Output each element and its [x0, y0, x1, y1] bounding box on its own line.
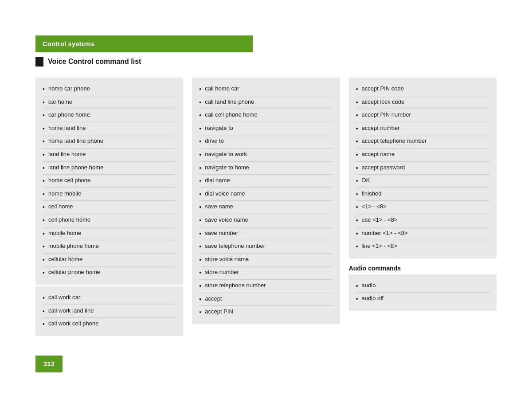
- list-item-text: number <1> - <8>: [362, 229, 408, 237]
- list-item: •accept: [199, 293, 332, 306]
- col2-box1: •call home car•call land line phone•call…: [192, 78, 340, 324]
- bullet: •: [356, 151, 358, 160]
- bullet: •: [43, 98, 45, 107]
- list-item: •home car phone: [43, 83, 176, 96]
- bullet: •: [43, 294, 45, 303]
- bullet: •: [356, 203, 358, 212]
- list-item-text: accept name: [362, 150, 395, 158]
- bullet: •: [199, 216, 201, 225]
- list-item-text: cell phone home: [48, 216, 90, 224]
- section-title-row: Voice Control command list: [35, 57, 141, 66]
- bullet: •: [43, 177, 45, 186]
- list-item-text: <1> - <8>: [362, 203, 387, 211]
- list-item: •accept PIN code: [356, 83, 489, 96]
- bullet: •: [199, 203, 201, 212]
- list-item-text: dial name: [205, 176, 230, 184]
- list-item: •save number: [199, 227, 332, 241]
- list-item-text: call cell phone home: [205, 111, 258, 119]
- list-item-text: home cell phone: [48, 176, 90, 184]
- bullet: •: [199, 190, 201, 199]
- list-item-text: save voice name: [205, 216, 248, 224]
- list-item-text: store telephone number: [205, 282, 266, 289]
- list-item: •cell phone home: [43, 214, 176, 227]
- bullet: •: [199, 137, 201, 146]
- list-item-text: mobile phone home: [48, 242, 99, 250]
- list-item-text: OK: [362, 176, 370, 184]
- list-item: •OK: [356, 175, 489, 188]
- bullet: •: [199, 177, 201, 186]
- list-item-text: audio off: [362, 294, 384, 302]
- list-item: •accept number: [356, 122, 489, 136]
- list-item: •home mobile: [43, 188, 176, 201]
- list-item: •mobile home: [43, 227, 176, 241]
- section-title-bar: [35, 57, 43, 66]
- list-item-text: navigate to: [205, 124, 233, 132]
- bullet: •: [356, 282, 358, 291]
- list-item: •accept lock code: [356, 96, 489, 110]
- bullet: •: [356, 177, 358, 186]
- bullet: •: [199, 151, 201, 160]
- bullet: •: [199, 85, 201, 94]
- bullet: •: [199, 98, 201, 107]
- list-item-text: call work land line: [48, 307, 94, 315]
- bullet: •: [199, 282, 201, 291]
- list-item-text: call work cell phone: [48, 320, 98, 328]
- col1-box2: •call work car•call work land line•call …: [35, 286, 183, 336]
- bullet: •: [199, 256, 201, 265]
- bullet: •: [356, 98, 358, 107]
- list-item: •cellular phone home: [43, 266, 176, 279]
- list-item: •accept PIN: [199, 306, 332, 319]
- list-item: •line <1> - <8>: [356, 240, 489, 253]
- list-item-text: store number: [205, 268, 239, 276]
- list-item: •store telephone number: [199, 280, 332, 293]
- list-item: •home cell phone: [43, 175, 176, 188]
- list-item-text: call land line phone: [205, 98, 254, 106]
- list-item: •call home car: [199, 83, 332, 96]
- list-item: •call land line phone: [199, 96, 332, 110]
- bullet: •: [43, 320, 45, 329]
- bullet: •: [356, 190, 358, 199]
- header-title: Control systems: [43, 40, 95, 47]
- list-item: •dial voice name: [199, 188, 332, 201]
- bullet: •: [199, 125, 201, 133]
- bullet: •: [356, 85, 358, 94]
- list-item-text: save telephone number: [205, 242, 265, 250]
- bullet: •: [43, 307, 45, 316]
- bullet: •: [199, 295, 201, 304]
- list-item: •drive to: [199, 135, 332, 149]
- list-item: •cell home: [43, 201, 176, 214]
- list-item-text: navigate to work: [205, 150, 247, 158]
- bullet: •: [199, 243, 201, 251]
- list-item-text: cellular home: [48, 255, 82, 263]
- bullet: •: [199, 230, 201, 239]
- list-item: •<1> - <8>: [356, 201, 489, 214]
- bullet: •: [43, 203, 45, 212]
- bullet: •: [356, 137, 358, 146]
- list-item-text: accept: [205, 295, 222, 303]
- list-item: •number <1> - <8>: [356, 227, 489, 241]
- list-item: •save voice name: [199, 214, 332, 227]
- bullet: •: [43, 164, 45, 173]
- list-item: •audio off: [356, 293, 489, 305]
- column-1: •home car phone•car home•car phone home•…: [35, 78, 192, 336]
- bullet: •: [356, 125, 358, 133]
- list-item: •store voice name: [199, 254, 332, 267]
- list-item-text: store voice name: [205, 255, 249, 263]
- list-item: •mobile phone home: [43, 240, 176, 254]
- list-item-text: home mobile: [48, 190, 81, 198]
- list-item-text: accept telephone number: [362, 137, 427, 145]
- list-item: •navigate to home: [199, 162, 332, 175]
- list-item-text: accept number: [362, 124, 400, 132]
- bullet: •: [199, 269, 201, 278]
- list-item: •accept PIN number: [356, 109, 489, 122]
- list-item-text: car phone home: [48, 111, 90, 119]
- list-item: •accept name: [356, 149, 489, 162]
- list-item: •use <1> - <8>: [356, 214, 489, 227]
- list-item-text: accept lock code: [362, 98, 405, 106]
- bullet: •: [43, 85, 45, 94]
- list-item-text: accept PIN number: [362, 111, 411, 119]
- list-item-text: save number: [205, 229, 238, 237]
- list-item: •cellular home: [43, 254, 176, 267]
- list-item-text: car home: [48, 98, 72, 106]
- list-item-text: navigate to home: [205, 164, 249, 172]
